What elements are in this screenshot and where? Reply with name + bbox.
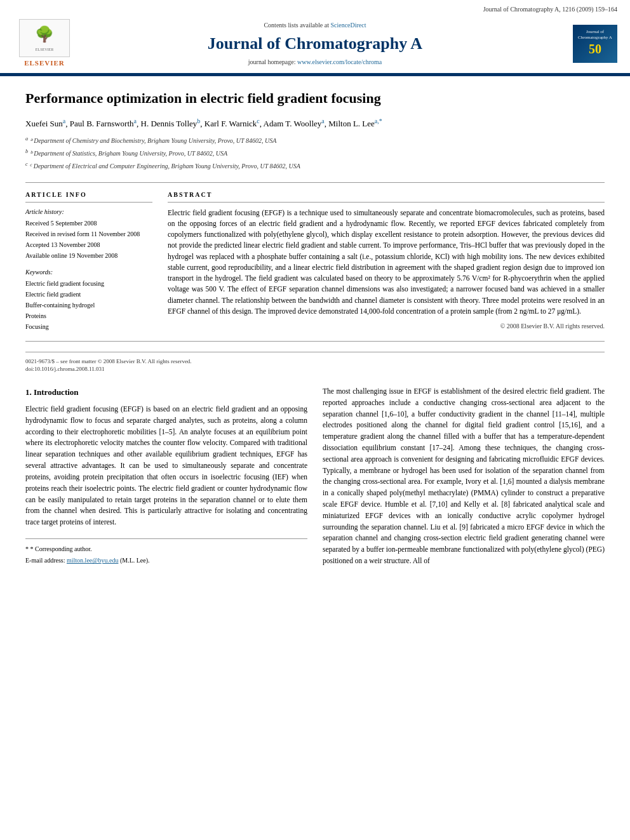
journal-header: Journal of Chromatography A, 1216 (2009)… <box>0 0 630 74</box>
footnote-email-line: E-mail address: milton.lee@byu.edu (M.L.… <box>25 556 307 566</box>
history-item-2: Accepted 13 November 2008 <box>25 241 152 250</box>
footnote-email-note: (M.L. Lee). <box>120 557 150 564</box>
authors: Xuefei Suna, Paul B. Farnswortha, H. Den… <box>25 116 605 130</box>
section-1-number: 1. <box>25 387 34 397</box>
right-logo-box: Journal ofChromatography A 50 <box>573 25 617 63</box>
thin-divider-2 <box>25 341 605 342</box>
journal-title: Journal of Chromatography A <box>76 32 554 55</box>
affiliation-a: a ᵃ Department of Chemistry and Biochemi… <box>25 135 605 146</box>
footnote-corresponding: * * Corresponding author. <box>25 544 307 554</box>
thin-divider-1 <box>25 182 605 183</box>
article-footer-info: 0021-9673/$ – see front matter © 2008 El… <box>25 352 605 373</box>
affiliation-c: c ᶜ Department of Electrical and Compute… <box>25 160 605 171</box>
abstract-heading: ABSTRACT <box>168 190 605 203</box>
article-title: Performance optimization in electric fie… <box>25 89 605 109</box>
footnote-star-icon: * <box>25 545 29 552</box>
journal-meta-text: Journal of Chromatography A, 1216 (2009)… <box>483 6 617 13</box>
abstract-text: Electric field gradient focusing (EFGF) … <box>168 208 605 317</box>
footnote-email-label: E-mail address: <box>25 557 65 564</box>
history-item-3: Available online 19 November 2008 <box>25 251 152 260</box>
elsevier-logo-image: 🌳 ELSEVIER <box>19 19 70 57</box>
affiliations: a ᵃ Department of Chemistry and Biochemi… <box>25 135 605 172</box>
homepage-prefix: journal homepage: <box>248 58 296 65</box>
left-col: ARTICLE INFO Article history: Received 5… <box>25 190 152 333</box>
right-col: ABSTRACT Electric field gradient focusin… <box>168 190 605 333</box>
journal-homepage: journal homepage: www.elsevier.com/locat… <box>76 58 554 67</box>
keyword-3: Proteins <box>25 312 152 321</box>
header-inner: 🌳 ELSEVIER ELSEVIER Contents lists avail… <box>0 17 630 70</box>
footnote-corresponding-text: * Corresponding author. <box>30 545 92 552</box>
right-logo-number: 50 <box>589 40 601 58</box>
text-col-right: The most challenging issue in EFGF is es… <box>323 386 605 572</box>
affiliation-b: b ᵇ Department of Statistics, Brigham Yo… <box>25 147 605 159</box>
elsevier-logo-left: 🌳 ELSEVIER ELSEVIER <box>13 19 76 68</box>
main-content: 1. Introduction Electric field gradient … <box>25 386 605 572</box>
article-info-heading: ARTICLE INFO <box>25 190 152 203</box>
homepage-url[interactable]: www.elsevier.com/locate/chroma <box>297 58 382 65</box>
article-columns: 1. Introduction Electric field gradient … <box>25 386 605 572</box>
sciencedirect-link[interactable]: ScienceDirect <box>330 22 366 29</box>
journal-meta-line: Journal of Chromatography A, 1216 (2009)… <box>0 5 630 14</box>
keyword-4: Focusing <box>25 323 152 331</box>
keyword-2: Buffer-containing hydrogel <box>25 301 152 310</box>
elsevier-tree-icon: 🌳 <box>35 24 54 46</box>
journal-right-logo: Journal ofChromatography A 50 <box>554 25 617 63</box>
history-item-1: Received in revised form 11 November 200… <box>25 230 152 239</box>
page: Journal of Chromatography A, 1216 (2009)… <box>0 0 630 840</box>
footnote-email-link[interactable]: milton.lee@byu.edu <box>67 557 118 564</box>
history-label: Article history: <box>25 208 152 217</box>
section-1-para-1: Electric field gradient focusing (EFGF) … <box>25 404 307 528</box>
section-1-para-2: The most challenging issue in EFGF is es… <box>323 386 605 567</box>
section-1-title: 1. Introduction <box>25 386 307 399</box>
article-body: Performance optimization in electric fie… <box>0 76 630 584</box>
sciencedirect-prefix: Contents lists available at <box>264 22 328 29</box>
keywords-section: Keywords: Electric field gradient focusi… <box>25 268 152 331</box>
two-col-section: ARTICLE INFO Article history: Received 5… <box>25 190 605 333</box>
journal-center: Contents lists available at ScienceDirec… <box>76 21 554 67</box>
keyword-0: Electric field gradient focusing <box>25 279 152 288</box>
footnote-area: * * Corresponding author. E-mail address… <box>25 538 307 566</box>
sciencedirect-line: Contents lists available at ScienceDirec… <box>76 21 554 30</box>
copyright-line: © 2008 Elsevier B.V. All rights reserved… <box>168 322 605 331</box>
section-1-title-text: Introduction <box>34 387 79 397</box>
keywords-label: Keywords: <box>25 268 152 277</box>
authors-text: Xuefei Suna, Paul B. Farnswortha, H. Den… <box>25 119 382 128</box>
keyword-1: Electric field gradient <box>25 290 152 299</box>
footer-doi: doi:10.1016/j.chroma.2008.11.031 <box>25 365 605 373</box>
text-col-left: 1. Introduction Electric field gradient … <box>25 386 307 572</box>
elsevier-text: ELSEVIER <box>24 58 65 68</box>
article-history: Article history: Received 5 September 20… <box>25 208 152 260</box>
footer-issn: 0021-9673/$ – see front matter © 2008 El… <box>25 357 605 366</box>
history-item-0: Received 5 September 2008 <box>25 219 152 228</box>
